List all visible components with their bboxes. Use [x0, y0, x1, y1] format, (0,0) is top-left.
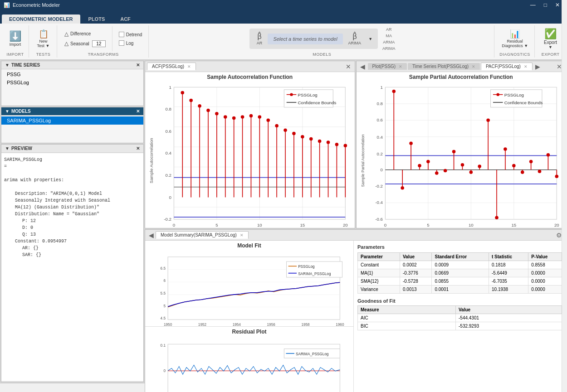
svg-text:Sample Partial Autocorrelation: Sample Partial Autocorrelation — [360, 134, 365, 187]
preview-header-close: ✕ — [136, 146, 140, 151]
params-col-tstat: t Statistic — [489, 253, 528, 261]
arima-ribbon-label: ARIMA — [348, 41, 362, 45]
svg-text:0: 0 — [169, 195, 172, 200]
svg-text:0.4: 0.4 — [165, 150, 171, 155]
svg-point-93 — [401, 186, 404, 190]
export-button[interactable]: ✅ Export ▼ — [539, 26, 562, 51]
svg-text:0.8: 0.8 — [165, 106, 171, 111]
residual-diag-label: ResidualDiagnostics ▼ — [502, 39, 528, 48]
residual-plot: Residual Plot 0.1 0 -0 — [145, 327, 353, 392]
new-test-button[interactable]: 📋 NewTest ▼ — [34, 28, 53, 50]
svg-point-46 — [309, 137, 313, 141]
plot-pssg-tab[interactable]: Plot(PSSG) ✕ — [368, 63, 407, 70]
ts-header-label: TIME SERIES — [11, 63, 136, 68]
residual-diagnostics-button[interactable]: 📊 ResidualDiagnostics ▼ — [499, 28, 531, 50]
param-name-sma12: SMA{12} — [358, 277, 400, 286]
model-summary-tab-close[interactable]: ✕ — [240, 233, 244, 237]
svg-point-70 — [290, 93, 293, 96]
ts-item-pssglog[interactable]: PSSGLog — [1, 78, 143, 87]
models-header[interactable]: ▼ MODELS ✕ — [1, 107, 143, 116]
diagnostics-group-label: DIAGNOSTICS — [499, 52, 530, 57]
svg-text:SARIMA_PSSGLog: SARIMA_PSSGLog — [296, 352, 329, 356]
acf-tab-close[interactable]: ✕ — [187, 64, 191, 69]
param-p-constant: 0.8558 — [528, 261, 562, 269]
difference-button[interactable]: △ Difference — [62, 30, 108, 38]
svg-point-16 — [181, 91, 185, 95]
svg-text:0: 0 — [173, 223, 176, 227]
preview-text: SARIMA_PSSGLog = arima with properties: … — [1, 154, 143, 381]
model-item-sarima[interactable]: SARIMA_PSSGLog — [1, 116, 143, 125]
model-summary-content: Model Fit — [145, 241, 566, 392]
ar-button[interactable]: β̂ AR — [253, 30, 266, 47]
ts-item-pssg[interactable]: PSSG — [1, 70, 143, 78]
svg-point-54 — [344, 144, 347, 147]
model-btn-group: β̂ AR Select a time series to model β̂ A… — [249, 29, 378, 49]
preview-desc-2: MA(12) (Gaussian Distribution)" — [4, 204, 141, 211]
ts-plot-tab[interactable]: Time Series Plot(PSSGLog) ✕ — [408, 63, 480, 70]
detrend-button[interactable]: Detrend — [116, 31, 145, 38]
tab-econometric-modeler[interactable]: ECONOMETRIC MODELER — [2, 15, 80, 24]
acf-chart-panel: ACF(PSSGLog) ✕ ✕ Sample Autocorrelation … — [145, 61, 355, 228]
svg-text:20: 20 — [343, 223, 348, 227]
svg-text:1960: 1960 — [336, 323, 344, 327]
ts-plot-label: Time Series Plot(PSSGLog) — [412, 64, 469, 69]
acf-tab[interactable]: ACF(PSSGLog) ✕ — [147, 63, 196, 70]
svg-point-26 — [224, 115, 227, 119]
pacf-chart-title: Sample Partial Autocorrelation Function — [358, 74, 564, 80]
gof-title: Goodness of Fit — [357, 298, 562, 304]
pacf-prev-tab[interactable]: ◀ — [358, 63, 367, 70]
preview-desc-1: Seasonally Integrated with Seasonal — [4, 197, 141, 204]
pacf-tab-label: PACF(PSSGLog) — [486, 64, 521, 69]
pacf-tab[interactable]: PACF(PSSGLog) ✕ — [481, 63, 533, 70]
seasonal-button[interactable]: △ Seasonal — [62, 39, 108, 48]
acf-panel-close[interactable]: ✕ — [344, 63, 353, 70]
params-scroll[interactable]: Parameter Value Standard Error t Statist… — [357, 252, 562, 392]
tab-acf[interactable]: ACF — [113, 15, 138, 24]
expand-models-button[interactable]: ▼ — [367, 36, 374, 42]
import-button[interactable]: ⬇️ Import — [6, 29, 24, 48]
tab-plots[interactable]: PLOTS — [81, 15, 112, 24]
plot-pssg-close[interactable]: ✕ — [399, 64, 402, 69]
param-name-variance: Variance — [358, 286, 400, 294]
minimize-button[interactable]: — — [527, 1, 539, 9]
test-icon: 📋 — [39, 30, 49, 38]
model-summary-tab[interactable]: Model Summary(SARIMA_PSSGLog) ✕ — [156, 231, 249, 239]
ts-header-close: ✕ — [136, 63, 140, 68]
time-series-header[interactable]: ▼ TIME SERIES ✕ — [1, 61, 143, 69]
ts-plot-close[interactable]: ✕ — [472, 64, 475, 69]
svg-point-147 — [496, 93, 499, 96]
title-bar: 📊 Econometric Modeler — □ ✕ — [0, 0, 567, 10]
export-group-label: EXPORT — [542, 52, 560, 57]
models-header-close: ✕ — [136, 109, 140, 114]
preview-ar: AR: {} — [4, 245, 141, 252]
preview-header[interactable]: ▼ PREVIEW ✕ — [1, 145, 143, 153]
svg-point-127 — [546, 153, 550, 157]
svg-point-40 — [284, 128, 287, 132]
model-prev-btn[interactable]: ◀ — [147, 232, 156, 239]
svg-text:10: 10 — [468, 223, 473, 227]
param-t-sma12: -6.7035 — [489, 277, 528, 286]
arima-btn[interactable]: β̂ ARIMA — [345, 30, 365, 47]
transforms-section: △ Difference △ Seasonal — [62, 30, 108, 48]
svg-point-105 — [452, 150, 455, 154]
pacf-tab-close[interactable]: ✕ — [524, 64, 528, 69]
log-button[interactable]: Log — [116, 39, 145, 47]
params-col-parameter: Parameter — [358, 253, 400, 261]
param-name-constant: Constant — [358, 261, 400, 269]
arma-text: ARMA — [383, 40, 395, 44]
ribbon-group-models: β̂ AR Select a time series to model β̂ A… — [150, 25, 494, 58]
maximize-button[interactable]: □ — [540, 1, 551, 9]
difference-icon: △ — [64, 31, 68, 37]
param-val-sma12: -0.5728 — [400, 277, 432, 286]
model-fit-svg: 4.5 5 5.5 6 6.5 1950 1952 1954 1956 195 — [147, 251, 352, 327]
model-fit-title: Model Fit — [147, 242, 352, 249]
param-se-variance: 0.0001 — [432, 286, 489, 294]
svg-point-91 — [392, 90, 396, 93]
seasonal-input[interactable] — [92, 40, 106, 47]
svg-point-42 — [292, 132, 296, 136]
params-table: Parameter Value Standard Error t Statist… — [357, 252, 562, 294]
pacf-next-tab[interactable]: ▶ — [533, 63, 542, 70]
param-val-variance: 0.0013 — [400, 286, 432, 294]
svg-point-52 — [335, 143, 339, 146]
param-se-constant: 0.0009 — [432, 261, 489, 269]
